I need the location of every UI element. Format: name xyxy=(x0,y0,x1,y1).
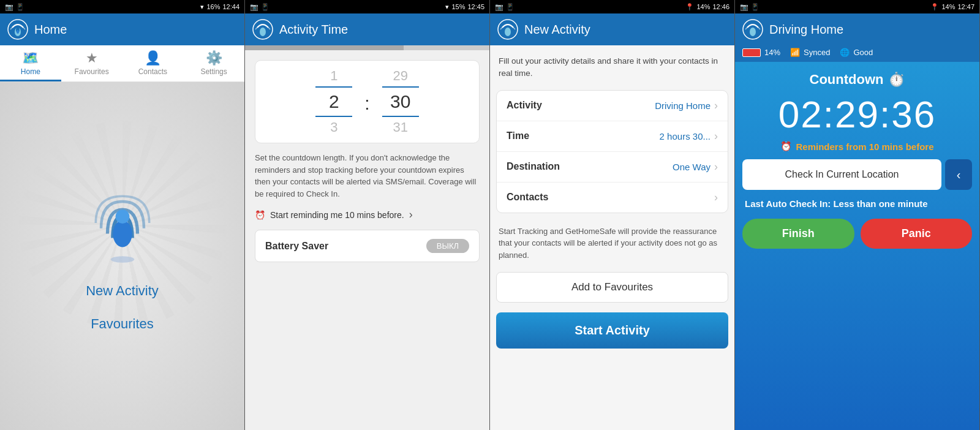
status-right-3: 📍 14% 12:46 xyxy=(685,3,729,11)
remind-arrow-icon: › xyxy=(409,208,413,221)
alarm-icon: ⏰ xyxy=(255,210,265,220)
home-body: New Activity Favourites xyxy=(0,82,244,430)
time-1: 12:44 xyxy=(222,3,239,10)
app-logo-2 xyxy=(252,19,273,40)
activity-chevron-icon: › xyxy=(714,99,718,112)
phone-icon-3: 📱 xyxy=(506,3,514,11)
minutes-above: 29 xyxy=(393,68,407,84)
time-2: 12:45 xyxy=(467,3,484,10)
svg-point-6 xyxy=(110,256,134,263)
svg-point-4 xyxy=(113,221,132,247)
battery-toggle[interactable]: ВЫКЛ xyxy=(426,239,469,253)
home-title: Home xyxy=(34,23,67,37)
status-left-2: 📷 📱 xyxy=(250,3,270,11)
status-right-2: ▾ 15% 12:45 xyxy=(445,3,484,11)
app-logo-3 xyxy=(497,19,518,40)
top-bar-4: Driving Home xyxy=(735,13,979,45)
wifi-icon: ▾ xyxy=(200,3,204,11)
hours-col[interactable]: 1 2 3 xyxy=(315,68,352,135)
panic-button[interactable]: Panic xyxy=(861,219,973,249)
svg-point-10 xyxy=(505,28,511,36)
activity-row-time[interactable]: Time 2 hours 30... › xyxy=(497,121,728,152)
activity-row-destination[interactable]: Destination One Way › xyxy=(497,152,728,183)
destination-chevron-icon: › xyxy=(714,160,718,173)
status-left-1: 📷 📱 xyxy=(5,3,24,11)
time-3: 12:46 xyxy=(712,3,729,10)
screenshot-icon: 📷 xyxy=(5,3,13,11)
activity-value-text: Driving Home xyxy=(655,100,710,111)
driving-home-title: Driving Home xyxy=(769,23,843,37)
countdown-title-text: Countdown xyxy=(810,72,884,88)
wifi-icon-2: ▾ xyxy=(445,3,449,11)
activity-time-title: Activity Time xyxy=(279,23,348,37)
top-bar-1: Home xyxy=(0,13,244,45)
checkin-arrow-button[interactable]: ‹ xyxy=(945,159,972,190)
tab-contacts[interactable]: 👤 Contacts xyxy=(123,45,184,81)
hours-below: 3 xyxy=(330,119,337,135)
activity-row-activity[interactable]: Activity Driving Home › xyxy=(497,91,728,121)
phone-icon-2: 📱 xyxy=(261,3,270,11)
reassurance-text: Start Tracking and GetHomeSafe will prov… xyxy=(490,217,734,268)
left-chevron-icon: ‹ xyxy=(957,168,961,182)
add-to-favourites-button[interactable]: Add to Favourites xyxy=(496,272,728,303)
location-icon-4: 📍 xyxy=(930,3,939,11)
tab-home[interactable]: 🗺️ Home xyxy=(0,45,61,81)
hours-active[interactable]: 2 xyxy=(315,86,352,117)
status-info-bar: 14% 📶 Synced 🌐 Good xyxy=(735,45,979,62)
app-logo-4 xyxy=(742,19,763,40)
activity-label: Activity xyxy=(507,100,542,111)
destination-label: Destination xyxy=(507,161,560,172)
tab-contacts-label: Contacts xyxy=(138,67,167,76)
new-activity-link[interactable]: New Activity xyxy=(86,283,159,299)
good-status-item: 🌐 Good xyxy=(840,48,873,57)
favourites-link[interactable]: Favourites xyxy=(91,316,154,332)
status-right-1: ▾ 16% 12:44 xyxy=(200,3,239,11)
driving-home-body: Countdown ⏱️ 02:29:36 ⏰ Reminders from 1… xyxy=(735,62,979,430)
auto-checkin-text: Last Auto Check In: Less than one minute xyxy=(742,195,972,209)
time-value-text: 2 hours 30... xyxy=(660,131,710,141)
star-icon: ★ xyxy=(86,50,98,66)
svg-point-3 xyxy=(17,30,19,34)
destination-value-text: One Way xyxy=(673,162,710,172)
time-picker[interactable]: 1 2 3 : 29 30 31 xyxy=(255,60,480,143)
panel-home: 📷 📱 ▾ 16% 12:44 Home 🗺️ Home ★ Favourite… xyxy=(0,0,245,430)
start-activity-button[interactable]: Start Activity xyxy=(496,312,728,349)
minutes-active[interactable]: 30 xyxy=(382,86,419,117)
phone-icon-4: 📱 xyxy=(751,3,760,11)
tab-settings-label: Settings xyxy=(200,67,227,76)
globe-icon: 🌐 xyxy=(840,48,850,57)
svg-point-12 xyxy=(750,28,756,36)
progress-bar xyxy=(245,45,489,50)
minutes-col[interactable]: 29 30 31 xyxy=(382,68,419,135)
battery-pct-text: 14% xyxy=(764,48,780,57)
activity-row-contacts[interactable]: Contacts › xyxy=(497,183,728,213)
reminder-text: ⏰ Reminders from 10 mins before xyxy=(780,141,933,152)
remind-label: Start reminding me 10 mins before. xyxy=(270,210,404,220)
hero-logo xyxy=(80,180,165,266)
contacts-chevron-icon: › xyxy=(714,191,718,204)
finish-button[interactable]: Finish xyxy=(742,219,854,249)
countdown-time-display: 02:29:36 xyxy=(778,92,936,136)
gear-icon: ⚙️ xyxy=(206,50,222,66)
status-bar-2: 📷 📱 ▾ 15% 12:45 xyxy=(245,0,489,13)
checkin-current-location-button[interactable]: Check In Current Location xyxy=(742,159,941,190)
panel-driving-home: 📷 📱 📍 14% 12:47 Driving Home 14% 📶 Synce… xyxy=(735,0,980,430)
toggle-label: ВЫКЛ xyxy=(437,241,459,251)
reminder-label: Reminders from 10 mins before xyxy=(796,141,933,152)
tab-home-label: Home xyxy=(21,67,40,76)
status-bar-1: 📷 📱 ▾ 16% 12:44 xyxy=(0,0,244,13)
new-activity-title: New Activity xyxy=(524,23,590,37)
battery-text-2: 15% xyxy=(451,3,465,10)
tab-favourites[interactable]: ★ Favourites xyxy=(61,45,123,81)
status-left-4: 📷 📱 xyxy=(740,3,760,11)
status-bar-4: 📷 📱 📍 14% 12:47 xyxy=(735,0,979,13)
contacts-label: Contacts xyxy=(507,192,548,203)
signal-icon: 📶 xyxy=(790,48,800,57)
synced-status-item: 📶 Synced xyxy=(790,48,830,57)
time-label: Time xyxy=(507,130,529,141)
svg-point-8 xyxy=(260,28,266,36)
tab-settings[interactable]: ⚙️ Settings xyxy=(183,45,244,81)
phone-icon: 📱 xyxy=(16,3,24,11)
countdown-title: Countdown ⏱️ xyxy=(810,72,905,88)
remind-row[interactable]: ⏰ Start reminding me 10 mins before. › xyxy=(255,208,480,221)
